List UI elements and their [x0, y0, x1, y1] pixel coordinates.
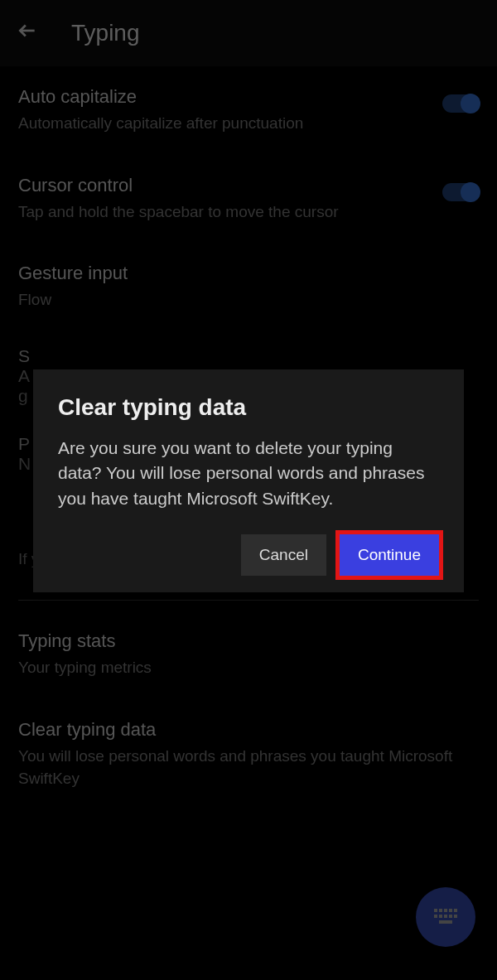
dialog-message: Are you sure you want to delete your typ… [58, 436, 439, 511]
continue-button[interactable]: Continue [340, 534, 439, 576]
dialog-title: Clear typing data [58, 394, 439, 421]
dialog-actions: Cancel Continue [58, 534, 439, 576]
cancel-button[interactable]: Cancel [241, 534, 326, 576]
clear-typing-data-dialog: Clear typing data Are you sure you want … [33, 369, 464, 592]
